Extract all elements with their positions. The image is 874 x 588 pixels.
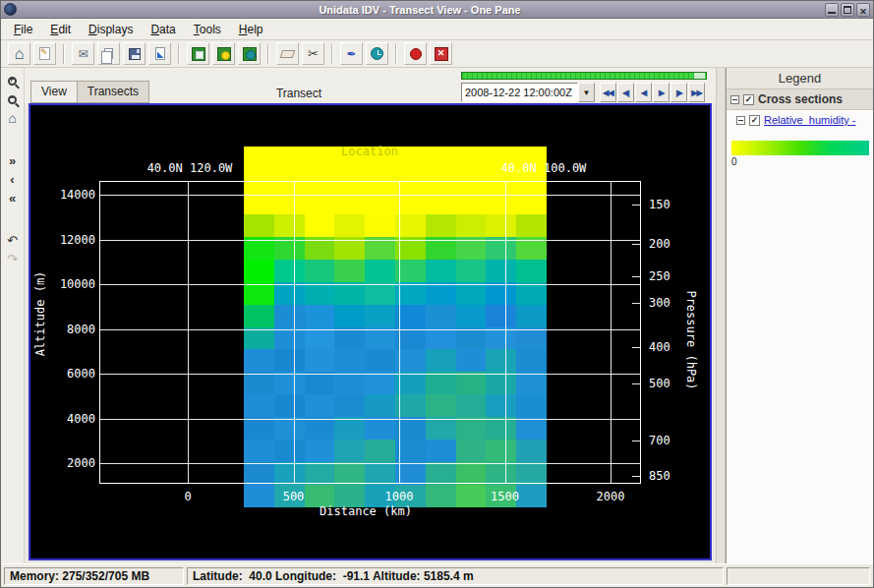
toolbar-separator <box>395 44 397 64</box>
pressure-axis-label: Pressure (hPa) <box>684 290 698 389</box>
redo-button[interactable] <box>3 251 22 267</box>
transect-chart: Location 40.0N 120.0W 40.0N 100.0W Altit… <box>30 105 710 559</box>
play-reverse-button[interactable]: ◀ <box>635 83 652 102</box>
redo-icon <box>7 253 18 265</box>
window-controls <box>823 3 870 17</box>
cut-data-button[interactable] <box>302 42 324 65</box>
heatmap-cell <box>426 147 456 169</box>
zoom-in-button[interactable] <box>3 73 22 89</box>
time-select[interactable]: 2008-12-22 12:00:00Z <box>461 83 578 102</box>
tab-view[interactable]: View <box>30 81 78 103</box>
erase-displays-button[interactable] <box>276 42 299 65</box>
transect-start-label: 40.0N 120.0W <box>147 161 233 175</box>
main-toolbar <box>1 40 873 68</box>
drawing-control-button[interactable] <box>340 42 363 65</box>
menu-displays[interactable]: Displays <box>80 21 142 38</box>
side-toolbar <box>1 68 25 563</box>
menu-help[interactable]: Help <box>230 21 272 38</box>
field-selector-icon <box>192 47 205 61</box>
rotate-left-button[interactable] <box>3 171 22 188</box>
humidity-colorbar[interactable] <box>731 141 869 155</box>
collapse-group-icon[interactable] <box>730 95 739 104</box>
rotate-reset-button[interactable] <box>3 190 22 206</box>
edit-formulas-button[interactable] <box>33 42 56 65</box>
tab-transects[interactable]: Transects <box>77 81 149 103</box>
altitude-tick-label: 8000 <box>44 323 95 336</box>
heatmap-cell <box>274 147 305 169</box>
pressure-tick <box>632 347 641 348</box>
view-3d-panel[interactable]: Location 40.0N 120.0W 40.0N 100.0W Altit… <box>29 103 712 560</box>
rotate-reset-icon <box>9 192 16 205</box>
show-dashboard-button[interactable] <box>8 42 30 65</box>
undo-button[interactable] <box>3 232 22 249</box>
capture-chart-button[interactable] <box>148 42 171 65</box>
pressure-tick <box>632 244 641 245</box>
time-animation-icon <box>371 47 383 60</box>
drawing-control-icon <box>346 48 356 60</box>
memory-status: Memory: 275/352/705 MB <box>4 567 184 585</box>
humidity-checkbox[interactable] <box>749 115 760 126</box>
show-globe-button[interactable] <box>238 42 261 65</box>
support-request-icon <box>78 48 87 60</box>
reset-home-button[interactable] <box>3 110 22 127</box>
remove-all-button[interactable] <box>430 42 452 65</box>
maximize-button[interactable] <box>841 3 854 17</box>
pressure-tick <box>632 476 641 477</box>
animation-buttons: ◀◀◀|◀▶|▶▶▶ <box>600 83 705 102</box>
view-tabs: ViewTransects <box>30 81 148 103</box>
close-button[interactable] <box>856 3 870 17</box>
go-start-button[interactable]: ◀◀ <box>600 83 616 102</box>
distance-tick-label: 2000 <box>581 490 640 503</box>
save-bundle-button[interactable] <box>123 42 146 65</box>
altitude-tick-label: 4000 <box>44 412 95 426</box>
idv-logo-icon <box>4 3 17 16</box>
menu-data[interactable]: Data <box>142 21 184 38</box>
step-back-button[interactable]: ◀| <box>617 83 634 102</box>
legend-splitter[interactable] <box>716 68 726 563</box>
pressure-tick-label: 700 <box>649 434 670 447</box>
menu-tools[interactable]: Tools <box>185 21 230 38</box>
legend-item-humidity: Relative_humidity - <box>727 110 873 129</box>
zoom-out-button[interactable] <box>3 91 22 108</box>
window-title: Unidata IDV - Transect View - One Pane <box>17 4 823 16</box>
field-selector-button[interactable] <box>187 42 209 65</box>
support-request-button[interactable] <box>72 42 94 65</box>
rotate-right-button[interactable] <box>3 152 22 169</box>
view-header: ViewTransects Transect 2008-12-22 12:00:… <box>25 68 716 103</box>
humidity-display-link[interactable]: Relative_humidity - <box>764 114 856 126</box>
toolbar-separator <box>63 44 65 64</box>
time-animation-button[interactable] <box>366 42 388 65</box>
tip-of-day-button[interactable] <box>212 42 235 65</box>
time-dropdown-button[interactable]: ▼ <box>578 83 595 102</box>
rotate-left-icon <box>10 173 14 186</box>
pressure-tick-label: 400 <box>649 340 670 354</box>
heatmap-cell <box>305 147 335 169</box>
copy-display-button[interactable] <box>97 42 120 65</box>
tip-of-day-icon <box>217 47 231 61</box>
toolbar-separator <box>267 44 269 64</box>
status-extra <box>727 567 870 585</box>
undo-icon <box>7 234 18 247</box>
distance-tick-label: 1000 <box>370 490 429 503</box>
altitude-tick-label: 2000 <box>44 456 95 470</box>
pressure-tick <box>632 303 641 304</box>
altitude-tick-label: 12000 <box>44 233 95 247</box>
go-end-button[interactable]: ▶▶ <box>688 83 705 102</box>
heatmap-cell <box>456 147 487 169</box>
menu-bar: FileEditDisplaysDataToolsHelp <box>1 19 873 40</box>
play-forward-button[interactable]: ▶ <box>653 83 670 102</box>
minimize-button[interactable] <box>825 3 839 17</box>
heatmap-cell <box>244 147 274 169</box>
axis-box <box>99 181 641 484</box>
altitude-tick-label: 10000 <box>44 277 95 291</box>
record-movie-button[interactable] <box>404 42 427 65</box>
step-forward-button[interactable]: |▶ <box>670 83 687 102</box>
collapse-item-icon[interactable] <box>736 116 745 125</box>
title-bar[interactable]: Unidata IDV - Transect View - One Pane <box>1 1 873 19</box>
copy-display-icon <box>104 48 113 59</box>
time-animation-timeline[interactable] <box>461 72 707 80</box>
menu-file[interactable]: File <box>5 21 41 38</box>
position-status: Latitude: 40.0 Longitude: -91.1 Altitude… <box>187 567 724 585</box>
cross-sections-checkbox[interactable] <box>743 94 754 105</box>
menu-edit[interactable]: Edit <box>41 21 80 38</box>
